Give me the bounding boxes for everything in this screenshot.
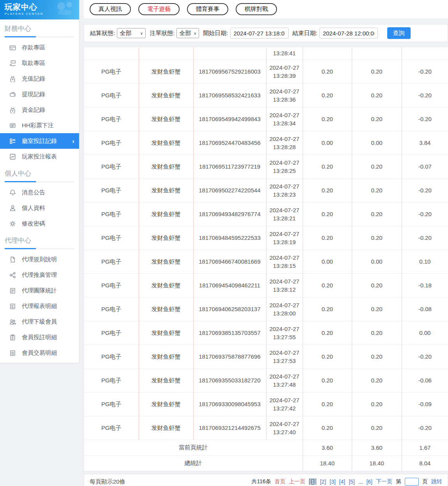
table-row: PG电子发财鱼虾蟹18170694845952225332024-07-2713… bbox=[84, 226, 448, 250]
sidebar: 玩家中心 PLAYERS CENTER 財務中心存款專區取款專區充值記錄提現記錄… bbox=[0, 0, 79, 363]
first-page-link[interactable]: 首页 bbox=[275, 478, 286, 485]
sidebar-item-profile-person[interactable]: 個人資料 bbox=[0, 200, 79, 216]
sidebar-item-lottery-doc[interactable]: HH彩票下注 bbox=[0, 118, 79, 133]
sidebar-item-deposit-card[interactable]: 存款專區 bbox=[0, 40, 79, 55]
profile-person-icon bbox=[9, 205, 16, 211]
lottery-doc-icon bbox=[9, 122, 16, 129]
bet-records-table: 13:28:41PG电子发财鱼虾蟹18170695675292160032024… bbox=[84, 47, 448, 471]
cell-bet-datetime: 2024-07-2713:28:21 bbox=[266, 202, 303, 226]
cell-provider: PG电子 bbox=[84, 392, 139, 416]
tab-3[interactable]: 體育賽事 bbox=[187, 3, 228, 15]
cell-order-id: 1817069549942499843 bbox=[193, 107, 266, 131]
sidebar-item-withdrawal-wallet[interactable]: 提現記錄 bbox=[0, 86, 79, 102]
notice-bell-icon bbox=[9, 189, 16, 196]
pagination: 共116条首页上一页[1][2][3][4][5]...[6]下一页第页跳转 bbox=[252, 478, 442, 486]
cell-bet-amount: 0.20 bbox=[303, 202, 352, 226]
chevron-right-icon: › bbox=[72, 138, 74, 144]
table-row: PG电子发财鱼虾蟹18170693550331827202024-07-2713… bbox=[84, 368, 448, 392]
sidebar-item-recharge-bag[interactable]: 充值記錄 bbox=[0, 71, 79, 86]
sidebar-item-password-gear[interactable]: 修改密碼 bbox=[0, 216, 79, 231]
cell-bet-datetime: 2024-07-2713:27:42 bbox=[266, 392, 303, 416]
bet-time: 13:28:00 bbox=[267, 309, 302, 317]
sidebar-item-notice-bell[interactable]: 消息公告 bbox=[0, 185, 79, 200]
page-link[interactable]: [3] bbox=[330, 479, 336, 485]
cell-win-loss: -0.20 bbox=[402, 107, 448, 131]
prev-page-link[interactable]: 上一页 bbox=[289, 478, 305, 485]
main-content: 真人視訊電子遊藝體育賽事棋牌對戰 結算狀態: 全部 ∨ 注單狀態: 全部 ∨ 開… bbox=[84, 0, 448, 486]
sidebar-item-label: 取款專區 bbox=[22, 60, 45, 67]
section-underline bbox=[5, 37, 74, 37]
jump-label-pre: 第 bbox=[396, 478, 401, 485]
last-page-link[interactable]: [6] bbox=[366, 479, 372, 485]
agent-rule-doc-icon bbox=[9, 256, 16, 263]
bet-date: 2024-07-27 bbox=[267, 206, 302, 214]
bet-date: 2024-07-27 bbox=[267, 349, 302, 357]
gamepad-icon bbox=[53, 1, 76, 19]
cell-order-id: 1817069375878877696 bbox=[193, 345, 266, 368]
current-page[interactable]: [1] bbox=[309, 479, 317, 485]
cell-valid-amount: 0.20 bbox=[352, 392, 402, 416]
jump-button[interactable]: 跳转 bbox=[431, 478, 442, 485]
cell-provider: PG电子 bbox=[84, 202, 139, 226]
table-cell bbox=[139, 47, 193, 60]
category-tabs: 真人視訊電子遊藝體育賽事棋牌對戰 bbox=[84, 0, 448, 18]
per-page-label: 每頁顯示20條 bbox=[90, 478, 125, 486]
start-date-input[interactable] bbox=[230, 28, 289, 39]
tab-4[interactable]: 棋牌對戰 bbox=[236, 3, 277, 15]
sub-members-icon bbox=[9, 319, 16, 325]
settle-status-select[interactable]: 全部 ∨ bbox=[117, 28, 146, 38]
tab-1[interactable]: 真人視訊 bbox=[90, 3, 131, 15]
end-date-input[interactable] bbox=[319, 28, 378, 39]
cell-game-name: 发财鱼虾蟹 bbox=[139, 178, 193, 202]
cell-win-loss: -0.20 bbox=[402, 83, 448, 107]
cell-bet-amount: 0.20 bbox=[303, 273, 352, 297]
sidebar-section-title: 代理中心 bbox=[5, 236, 74, 245]
sidebar-item-room-bet-list[interactable]: 廳室投註記錄› bbox=[0, 133, 79, 149]
order-status-select[interactable]: 全部 ∨ bbox=[176, 28, 199, 38]
bet-time: 13:28:12 bbox=[267, 285, 302, 294]
cell-valid-amount: 0.00 bbox=[352, 250, 402, 273]
pagination-ellipsis: ... bbox=[358, 479, 363, 485]
page-link[interactable]: [4] bbox=[339, 479, 346, 485]
cell-bet-amount: 0.20 bbox=[303, 107, 352, 131]
sidebar-item-label: 代理下級會員 bbox=[22, 318, 57, 326]
bet-time: 13:27:55 bbox=[267, 333, 302, 341]
page-link[interactable]: [5] bbox=[349, 479, 355, 485]
cell-win-loss: -0.20 bbox=[402, 345, 448, 368]
sidebar-item-report-detail-doc[interactable]: 代理報表明細 bbox=[0, 298, 79, 314]
page-summary-row: 當前頁統計3.603.601.67 bbox=[84, 440, 448, 455]
tab-2[interactable]: 電子遊藝 bbox=[138, 3, 180, 15]
sidebar-item-funds-bag[interactable]: 資金記錄 bbox=[0, 102, 79, 118]
chevron-down-icon: ∨ bbox=[140, 31, 143, 35]
cell-order-id: 1817069502274220544 bbox=[193, 178, 266, 202]
cell-game-name: 发财鱼虾蟹 bbox=[139, 297, 193, 321]
sidebar-item-team-stats-doc[interactable]: 代理團隊統計 bbox=[0, 283, 79, 298]
sidebar-section-title: 個人中心 bbox=[5, 169, 74, 178]
sidebar-item-withdraw-hand[interactable]: 取款專區 bbox=[0, 55, 79, 71]
bet-date: 2024-07-27 bbox=[267, 111, 302, 119]
cell-order-id: 1817069321214492675 bbox=[193, 416, 266, 440]
search-button[interactable]: 查詢 bbox=[387, 27, 411, 39]
table-cell bbox=[402, 47, 448, 60]
bet-time: 13:28:34 bbox=[267, 119, 302, 127]
deposit-card-icon bbox=[9, 44, 16, 51]
next-page-link[interactable]: 下一页 bbox=[376, 478, 392, 485]
bet-time: 13:28:15 bbox=[267, 262, 302, 270]
sidebar-item-label: 代理報表明細 bbox=[22, 303, 57, 310]
sidebar-item-player-report-chart[interactable]: 玩家投注報表 bbox=[0, 149, 79, 164]
table-cell bbox=[193, 47, 266, 60]
sidebar-item-member-trade-doc[interactable]: 會員交易明細 bbox=[0, 345, 79, 361]
bet-time: 13:27:48 bbox=[267, 380, 302, 389]
table-row: PG电子发财鱼虾蟹18170693300980459532024-07-2713… bbox=[84, 392, 448, 416]
cell-bet-amount: 0.20 bbox=[303, 155, 352, 178]
jump-page-input[interactable] bbox=[405, 478, 419, 486]
cell-bet-amount: 0.20 bbox=[303, 178, 352, 202]
page-link[interactable]: [2] bbox=[320, 479, 326, 485]
sidebar-item-sub-members[interactable]: 代理下級會員 bbox=[0, 314, 79, 329]
sidebar-item-label: 代理推廣管理 bbox=[22, 271, 57, 279]
sidebar-item-member-bet-clipboard[interactable]: 會員投註明細 bbox=[0, 329, 79, 345]
sidebar-item-agent-rule-doc[interactable]: 代理規則說明 bbox=[0, 252, 79, 267]
sidebar-item-agent-share[interactable]: 代理推廣管理 bbox=[0, 267, 79, 283]
cell-win-loss: -0.07 bbox=[402, 155, 448, 178]
cell-bet-amount: 0.20 bbox=[303, 416, 352, 440]
